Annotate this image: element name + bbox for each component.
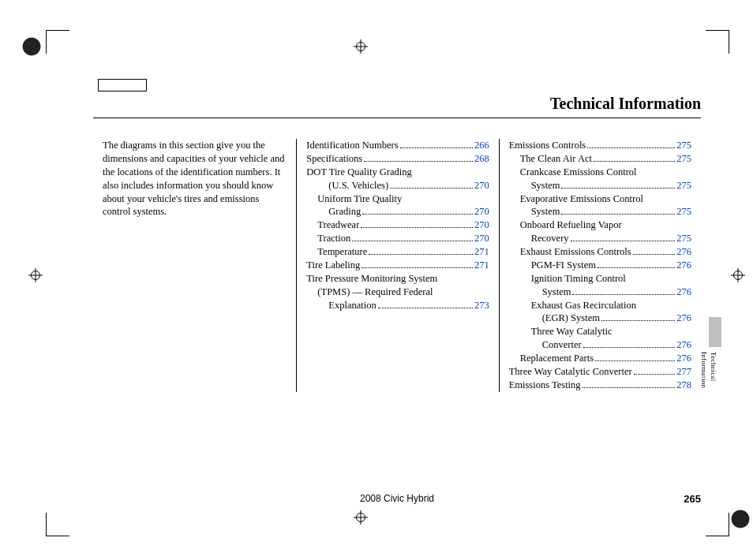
toc-page-number[interactable]: 276 (676, 286, 691, 299)
toc-label: (TPMS) — Required Federal (306, 286, 433, 299)
page-content: Technical Information The diagrams in th… (93, 95, 701, 392)
toc-page-number[interactable]: 271 (474, 259, 489, 272)
toc-label: Tire Labeling (306, 259, 360, 272)
toc-page-number[interactable]: 275 (676, 139, 691, 152)
toc-leader-dots (633, 254, 676, 255)
toc-page-number[interactable]: 273 (474, 299, 489, 312)
toc-entry: Onboard Refueling Vapor (509, 218, 691, 232)
registration-mark-icon (21, 35, 43, 58)
toc-label: Recovery (509, 232, 569, 245)
toc-label: PGM-FI System (509, 259, 596, 272)
toc-page-number[interactable]: 270 (474, 218, 489, 232)
toc-column-2: Technical Information Emissions Controls… (499, 139, 701, 392)
toc-label: Identification Numbers (306, 139, 398, 152)
toc-entry[interactable]: Exhaust Emissions Controls276 (509, 245, 691, 259)
toc-label: (EGR) System (509, 312, 600, 325)
section-tab (709, 317, 721, 347)
section-tab-label: Technical Information (699, 352, 718, 392)
toc-leader-dots (352, 241, 473, 241)
toc-entry[interactable]: Traction270 (306, 232, 489, 245)
toc-leader-dots (561, 214, 675, 215)
toc-entry[interactable]: Emissions Controls275 (509, 139, 691, 152)
toc-label: Traction (306, 232, 350, 245)
toc-leader-dots (362, 267, 473, 268)
toc-label: Tire Pressure Monitoring System (306, 272, 437, 286)
toc-page-number[interactable]: 276 (676, 352, 691, 365)
toc-page-number[interactable]: 268 (474, 152, 489, 166)
page-title: Technical Information (93, 95, 701, 118)
toc-label: Three Way Catalytic Converter (509, 365, 632, 379)
toc-label: Crankcase Emissions Control (509, 166, 637, 179)
toc-label: Evaporative Emissions Control (509, 192, 643, 206)
toc-entry[interactable]: Specifications268 (306, 152, 489, 166)
toc-entry[interactable]: PGM-FI System276 (509, 259, 691, 272)
toc-leader-dots (390, 188, 473, 189)
toc-entry[interactable]: Replacement Parts276 (509, 352, 691, 365)
toc-leader-dots (598, 267, 675, 268)
toc-page-number[interactable]: 275 (676, 232, 691, 245)
toc-label: Onboard Refueling Vapor (509, 218, 622, 232)
footer-page-number: 265 (684, 493, 701, 505)
toc-entry[interactable]: Explanation273 (306, 299, 489, 312)
toc-page-number[interactable]: 275 (676, 152, 691, 166)
toc-leader-dots (595, 360, 675, 361)
toc-page-number[interactable]: 271 (474, 245, 489, 259)
toc-page-number[interactable]: 276 (676, 245, 691, 259)
toc-label: Explanation (306, 299, 376, 312)
toc-entry[interactable]: Three Way Catalytic Converter277 (509, 365, 691, 379)
toc-page-number[interactable]: 270 (474, 205, 489, 218)
toc-page-number[interactable]: 276 (676, 259, 691, 272)
toc-leader-dots (634, 374, 676, 375)
toc-entry[interactable]: Temperature271 (306, 245, 489, 259)
registration-cross-icon (354, 510, 368, 525)
toc-label: Ignition Timing Control (509, 272, 626, 286)
toc-entry[interactable]: (EGR) System276 (509, 312, 691, 325)
placeholder-box (98, 79, 147, 91)
toc-page-number[interactable]: 270 (474, 232, 489, 245)
toc-leader-dots (561, 188, 675, 189)
toc-label: System (509, 286, 571, 299)
toc-label: Specifications (306, 152, 362, 166)
toc-page-number[interactable]: 278 (676, 379, 691, 392)
toc-entry[interactable]: Tire Labeling271 (306, 259, 489, 272)
toc-entry: Crankcase Emissions Control (509, 166, 691, 179)
toc-leader-dots (587, 147, 675, 148)
registration-cross-icon (731, 268, 745, 282)
toc-label: Exhaust Gas Recirculation (509, 299, 636, 312)
toc-entry[interactable]: System276 (509, 286, 691, 299)
toc-page-number[interactable]: 270 (474, 179, 489, 192)
footer-model: 2008 Civic Hybrid (360, 493, 434, 504)
toc-entry[interactable]: The Clean Air Act275 (509, 152, 691, 166)
toc-leader-dots (361, 227, 473, 228)
toc-page-number[interactable]: 266 (474, 139, 489, 152)
toc-leader-dots (583, 387, 676, 388)
toc-page-number[interactable]: 276 (676, 338, 691, 352)
crop-mark-icon (706, 30, 729, 54)
toc-page-number[interactable]: 275 (676, 205, 691, 218)
crop-mark-icon (46, 30, 69, 54)
toc-entry[interactable]: Treadwear270 (306, 218, 489, 232)
toc-page-number[interactable]: 276 (676, 312, 691, 325)
toc-leader-dots (583, 347, 676, 348)
toc-entry[interactable]: Emissions Testing278 (509, 379, 691, 392)
toc-entry[interactable]: Grading270 (306, 205, 489, 218)
registration-cross-icon (28, 268, 43, 282)
toc-label: Converter (509, 338, 582, 352)
toc-entry[interactable]: Recovery275 (509, 232, 691, 245)
toc-entry: Three Way Catalytic (509, 325, 691, 338)
toc-label: Treadwear (306, 218, 359, 232)
toc-label: Uniform Tire Quality (306, 192, 402, 206)
toc-page-number[interactable]: 275 (676, 179, 691, 192)
toc-leader-dots (594, 161, 675, 162)
toc-leader-dots (571, 241, 676, 241)
toc-entry: Ignition Timing Control (509, 272, 691, 286)
toc-entry[interactable]: (U.S. Vehicles)270 (306, 179, 489, 192)
toc-entry[interactable]: Identification Numbers266 (306, 139, 489, 152)
toc-column-1: Identification Numbers266Specifications2… (296, 139, 498, 392)
toc-entry: Evaporative Emissions Control (509, 192, 691, 206)
toc-entry[interactable]: System275 (509, 205, 691, 218)
intro-text: The diagrams in this section give you th… (103, 139, 285, 218)
toc-entry[interactable]: System275 (509, 179, 691, 192)
toc-entry[interactable]: Converter276 (509, 338, 691, 352)
toc-page-number[interactable]: 277 (676, 365, 691, 379)
